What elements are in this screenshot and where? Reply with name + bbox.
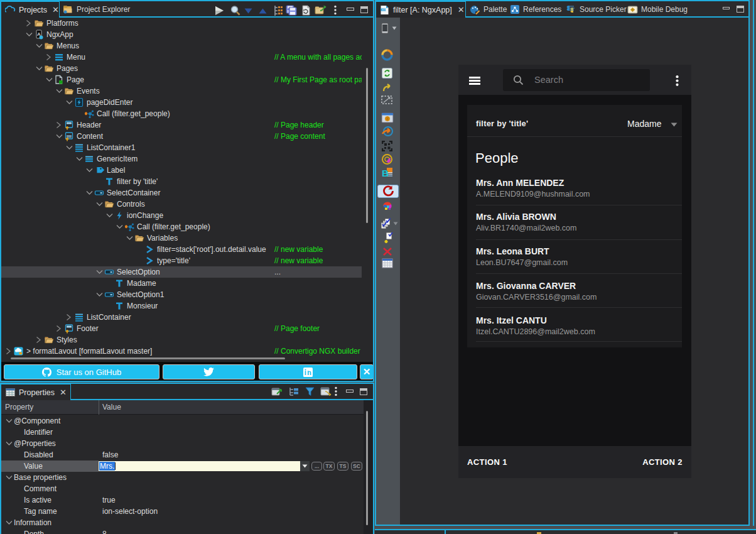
svg-text:B: B	[382, 168, 389, 178]
svg-text:HTM: HTM	[382, 8, 387, 11]
